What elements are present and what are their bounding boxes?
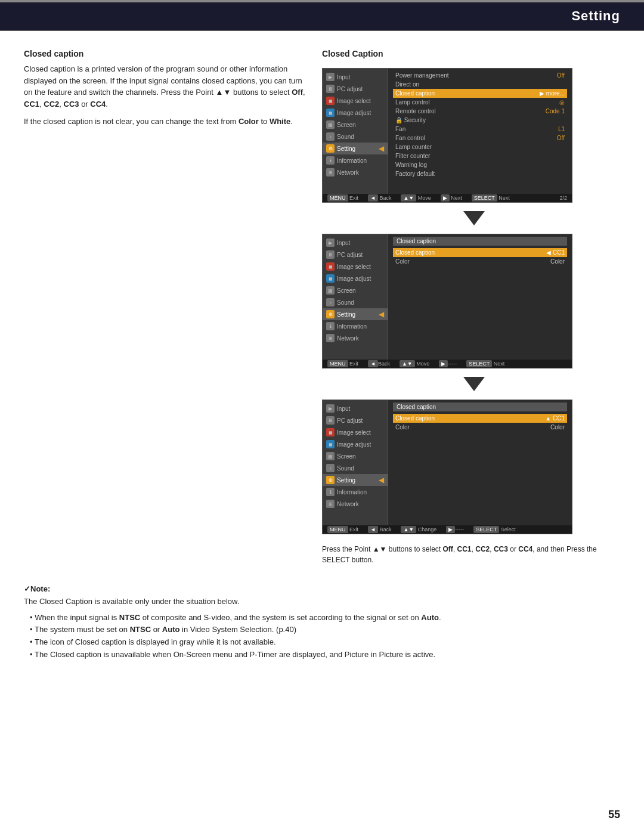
left-column: Closed caption Closed caption is a print… <box>24 49 310 565</box>
panel-2-inner: ▶ Input 🖥 PC adjust ◼ Image select ◼ Ima… <box>323 234 572 360</box>
cc2-row-closed-caption[interactable]: Closed caption ◀ CC1 <box>393 248 567 257</box>
panel-3: ▶ Input 🖥 PC adjust ◼ Image select ◼ Ima… <box>322 400 572 534</box>
panel-2-cc-title: Closed caption <box>393 237 567 246</box>
sidebar-image-select[interactable]: ◼ Image select <box>323 95 388 107</box>
right-column: Closed Caption ▶ Input 🖥 PC adjust ◼ <box>322 49 626 565</box>
image-adjust-icon: ◼ <box>326 109 335 117</box>
menu-row-lamp-control: Lamp control ◎ <box>393 98 567 107</box>
image-select2-icon: ◼ <box>326 262 335 271</box>
panel-1-sidebar: ▶ Input 🖥 PC adjust ◼ Image select ◼ Ima… <box>323 69 388 194</box>
panel-3-cc-title: Closed caption <box>393 402 567 411</box>
sound2-icon: ♪ <box>326 298 335 306</box>
image-select-icon: ◼ <box>326 97 335 105</box>
sidebar3-pc-adjust[interactable]: 🖥 PC adjust <box>323 414 388 426</box>
sidebar-sound[interactable]: ♪ Sound <box>323 131 388 143</box>
network-icon: ⊞ <box>326 168 335 176</box>
panel-2: ▶ Input 🖥 PC adjust ◼ Image select ◼ Ima… <box>322 234 572 368</box>
panel-3-footer: MENU Exit ◄ Back ▲▼ Change ▶----- SELECT… <box>323 525 572 534</box>
cc3-row-closed-caption[interactable]: Closed caption ▲ CC1 <box>393 414 567 423</box>
panel-3-inner: ▶ Input 🖥 PC adjust ◼ Image select ◼ Ima… <box>323 400 572 525</box>
sidebar2-image-adjust[interactable]: ◼ Image adjust <box>323 272 388 284</box>
sound3-icon: ♪ <box>326 464 335 472</box>
header-title: Setting <box>571 8 620 23</box>
menu-row-remote-control: Remote control Code 1 <box>393 107 567 116</box>
menu-row-closed-caption[interactable]: Closed caption ▶ more... <box>393 89 567 98</box>
cc2-row-color: Color Color <box>393 257 567 266</box>
network3-icon: ⊞ <box>326 500 335 508</box>
information-icon: ℹ <box>326 156 335 165</box>
setting-arrow: ◀ <box>379 144 384 153</box>
left-para-2: If the closed caption is not clear, you … <box>24 116 310 128</box>
arrow-down-icon-2 <box>463 377 485 391</box>
pc2-icon: 🖥 <box>326 250 335 259</box>
page-number-bottom: 55 <box>608 809 620 821</box>
screen3-icon: ▦ <box>326 452 335 460</box>
arrow-down-icon-1 <box>463 211 485 225</box>
sidebar2-pc-adjust[interactable]: 🖥 PC adjust <box>323 249 388 261</box>
sidebar-pc-adjust[interactable]: 🖥 PC adjust <box>323 83 388 95</box>
panel-3-cc-main: Closed caption Closed caption ▲ CC1 Colo… <box>388 400 572 525</box>
menu-row-fan: Fan L1 <box>393 125 567 134</box>
panel-2-cc-main: Closed caption Closed caption ◀ CC1 Colo… <box>388 234 572 360</box>
note-item-1: When the input signal is NTSC of composi… <box>30 612 620 624</box>
sidebar-information[interactable]: ℹ Information <box>323 154 388 166</box>
sidebar2-sound[interactable]: ♪ Sound <box>323 296 388 308</box>
pc3-icon: 🖥 <box>326 416 335 425</box>
arrow-2 <box>322 377 626 391</box>
sidebar2-network[interactable]: ⊞ Network <box>323 332 388 344</box>
sidebar-input[interactable]: ▶ Input <box>323 71 388 83</box>
sidebar3-information[interactable]: ℹ Information <box>323 486 388 498</box>
sidebar2-input[interactable]: ▶ Input <box>323 237 388 249</box>
sound-icon: ♪ <box>326 132 335 141</box>
panel-2-footer: MENU Exit ◄Back ▲▼ Move ▶----- SELECT Ne… <box>323 360 572 368</box>
note-list: When the input signal is NTSC of composi… <box>24 612 620 661</box>
sidebar3-image-select[interactable]: ◼ Image select <box>323 426 388 438</box>
sidebar2-information[interactable]: ℹ Information <box>323 320 388 332</box>
menu-row-warning-log: Warning log <box>393 160 567 169</box>
right-section-title: Closed Caption <box>322 49 626 58</box>
sidebar3-network[interactable]: ⊞ Network <box>323 498 388 510</box>
cc3-row-color: Color Color <box>393 423 567 432</box>
note-title: ✓Note: <box>24 583 620 596</box>
menu-row-fan-control: Fan control Off <box>393 134 567 143</box>
sidebar2-setting[interactable]: ⚙ Setting ◀ <box>323 308 388 320</box>
information3-icon: ℹ <box>326 488 335 496</box>
content-area: Closed caption Closed caption is a print… <box>0 31 644 577</box>
right-instruction: Press the Point ▲▼ buttons to select Off… <box>322 544 626 565</box>
network2-icon: ⊞ <box>326 334 335 342</box>
menu-row-security: 🔒 Security <box>393 116 567 125</box>
sidebar3-screen[interactable]: ▦ Screen <box>323 450 388 462</box>
input2-icon: ▶ <box>326 239 335 247</box>
note-item-2: The system must be set on NTSC or Auto i… <box>30 624 620 636</box>
setting3-icon: ⚙ <box>326 476 335 484</box>
sidebar3-sound[interactable]: ♪ Sound <box>323 462 388 474</box>
panel-1-main: Power management Off Direct on Closed ca… <box>388 69 572 194</box>
menu-row-power: Power management Off <box>393 71 567 80</box>
setting2-arrow: ◀ <box>379 310 384 318</box>
information2-icon: ℹ <box>326 322 335 330</box>
sidebar3-input[interactable]: ▶ Input <box>323 402 388 414</box>
page-indicator: 2/2 <box>559 195 567 201</box>
image-adjust2-icon: ◼ <box>326 274 335 283</box>
sidebar3-image-adjust[interactable]: ◼ Image adjust <box>323 438 388 450</box>
panel-3-sidebar: ▶ Input 🖥 PC adjust ◼ Image select ◼ Ima… <box>323 400 388 525</box>
input-icon: ▶ <box>326 73 335 81</box>
sidebar3-setting[interactable]: ⚙ Setting ◀ <box>323 474 388 486</box>
sidebar2-image-select[interactable]: ◼ Image select <box>323 261 388 272</box>
sidebar-screen[interactable]: ▦ Screen <box>323 119 388 131</box>
panel-1: ▶ Input 🖥 PC adjust ◼ Image select ◼ Ima… <box>322 68 572 203</box>
sidebar-network[interactable]: ⊞ Network <box>323 166 388 178</box>
left-para-1: Closed caption is a printed version of t… <box>24 63 310 110</box>
note-section: ✓Note: The Closed Caption is available o… <box>0 577 644 667</box>
sidebar-image-adjust[interactable]: ◼ Image adjust <box>323 107 388 119</box>
menu-row-directon: Direct on <box>393 80 567 89</box>
sidebar2-screen[interactable]: ▦ Screen <box>323 284 388 296</box>
note-intro: The Closed Caption is available only und… <box>24 596 620 608</box>
menu-row-filter-counter: Filter counter <box>393 151 567 160</box>
pc-icon: 🖥 <box>326 85 335 93</box>
note-item-4: The Closed caption is unavailable when O… <box>30 649 620 661</box>
panel-1-footer: MENU Exit ◄ Back ▲▼ Move ▶ Next SELECT N… <box>323 194 572 202</box>
sidebar-setting[interactable]: ⚙ Setting ◀ <box>323 143 388 154</box>
image-adjust3-icon: ◼ <box>326 440 335 448</box>
arrow-1 <box>322 211 626 225</box>
